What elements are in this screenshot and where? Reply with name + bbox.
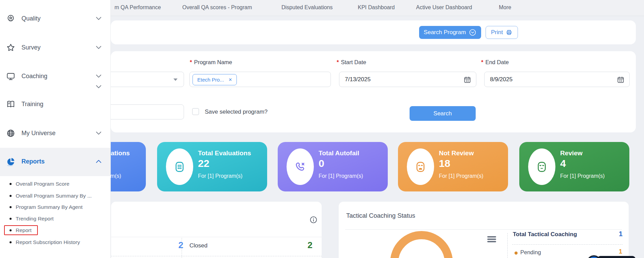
filter-dropdown[interactable] xyxy=(101,72,184,87)
print-button[interactable]: Print xyxy=(486,26,518,39)
program-name-field[interactable]: Etech Pro... ✕ xyxy=(189,72,331,87)
tab-kpi-dashboard[interactable]: KPI Dashboard xyxy=(358,4,395,11)
stat-title: Review xyxy=(560,149,582,157)
stat-icon-circle xyxy=(166,148,193,185)
stat-card-total-evaluations: Total Evaluations 22 For [1] Program(s) xyxy=(157,142,267,191)
secondary-text-input[interactable] xyxy=(101,104,184,119)
sidebar-item-training[interactable]: Training xyxy=(0,99,110,118)
chart-menu-icon[interactable] xyxy=(487,236,496,243)
dashed-divider xyxy=(182,238,182,258)
divider xyxy=(345,229,622,230)
stat-card-review: Review 4 For [1] Program(s) xyxy=(519,142,629,191)
calendar-icon[interactable] xyxy=(463,76,471,84)
top-tab-bar: m QA Performance Overall QA scores - Pro… xyxy=(111,0,644,16)
chevron-down-circle-icon xyxy=(469,29,476,36)
divider xyxy=(111,237,322,237)
globe-icon xyxy=(6,129,15,138)
end-date-value: 8/9/2025 xyxy=(490,76,512,83)
total-tactical-value: 1 xyxy=(608,230,623,238)
happy-face-icon xyxy=(535,160,548,173)
pending-value: 1 xyxy=(609,248,622,255)
status-count-open: 2 xyxy=(162,240,183,250)
sidebar-subitem-program-summary-by-agent[interactable]: Program Summary By Agent xyxy=(16,204,82,210)
tactical-donut-chart xyxy=(390,231,453,258)
sidebar-item-survey[interactable]: Survey xyxy=(0,43,110,62)
stat-subtitle: For [1] Program(s) xyxy=(319,173,363,179)
start-date-label: *Start Date xyxy=(337,59,366,66)
program-name-label: *Program Name xyxy=(190,59,232,66)
open-book-icon xyxy=(6,100,15,109)
stat-value: 18 xyxy=(439,158,450,169)
sidebar-subitem-overall-program-summary[interactable]: Overall Program Summary By ... xyxy=(16,193,92,199)
sidebar-item-label: My Universe xyxy=(21,130,56,137)
sidebar-item-quality[interactable]: Quality xyxy=(0,14,110,33)
stat-value: 0 xyxy=(319,158,324,169)
pending-legend-dot xyxy=(515,252,518,255)
star-icon xyxy=(6,43,15,52)
required-asterisk: * xyxy=(481,59,483,65)
sidebar-item-my-universe[interactable]: My Universe xyxy=(0,128,110,147)
stat-icon-circle xyxy=(528,148,555,185)
status-count-closed: 2 xyxy=(291,240,312,250)
tab-disputed-evaluations[interactable]: Disputed Evaluations xyxy=(281,4,333,11)
stat-title: Total Autofail xyxy=(319,149,359,157)
sidebar-subitem-trending-report[interactable]: Trending Report xyxy=(16,216,53,222)
chevron-down-icon xyxy=(96,74,102,78)
tab-overall-qa-scores-program[interactable]: Overall QA scores - Program xyxy=(182,4,252,11)
sidebar-item-reports[interactable]: Reports xyxy=(0,148,110,176)
stat-icon-circle xyxy=(287,148,314,185)
program-tag-label: Etech Pro... xyxy=(197,77,224,83)
calendar-icon[interactable] xyxy=(617,76,625,84)
sidebar-item-label: Coaching xyxy=(21,73,47,80)
stat-subtitle: For [1] Program(s) xyxy=(439,173,484,179)
chevron-down-icon xyxy=(96,45,102,49)
stat-subtitle: For [1] Program(s) xyxy=(560,173,605,179)
info-icon[interactable] xyxy=(309,216,318,224)
sidebar-subitem-overall-program-score[interactable]: Overall Program Score xyxy=(16,181,70,187)
required-asterisk: * xyxy=(337,59,339,65)
tag-remove-icon[interactable]: ✕ xyxy=(228,77,232,82)
end-date-field[interactable]: 8/9/2025 xyxy=(484,72,630,87)
pending-label[interactable]: Pending xyxy=(520,249,541,256)
sidebar-item-coaching[interactable]: Coaching xyxy=(0,71,110,90)
tab-qa-performance[interactable]: m QA Performance xyxy=(114,4,161,11)
tab-more[interactable]: More xyxy=(499,4,511,11)
stat-card-not-review: Not Review 18 For [1] Program(s) xyxy=(398,142,508,191)
tactical-coaching-panel: Tactical Coaching Status Total Tactical … xyxy=(339,202,629,258)
stat-card-total-autofail: Total Autofail 0 For [1] Program(s) xyxy=(278,142,388,191)
chevron-down-icon xyxy=(96,16,102,20)
stat-icon-circle xyxy=(407,148,434,185)
status-summary-panel: 2 Closed 2 xyxy=(111,202,322,258)
tab-active-user-dashboard[interactable]: Active User Dashboard xyxy=(416,4,472,11)
sidebar-subitem-report-subscription-history[interactable]: Report Subscription History xyxy=(16,239,80,245)
bullet-icon xyxy=(10,195,12,197)
phone-x-icon xyxy=(294,160,307,173)
start-date-value: 7/13/2025 xyxy=(345,76,371,83)
search-program-button[interactable]: Search Program xyxy=(419,26,481,39)
stat-title: Not Review xyxy=(439,149,474,157)
quality-badge-icon xyxy=(6,14,15,23)
closed-label: Closed xyxy=(189,242,208,249)
stat-title: Total Evaluations xyxy=(198,149,251,157)
bullet-icon xyxy=(10,183,12,185)
stat-subtitle: For [1] Program(s) xyxy=(198,173,243,179)
required-asterisk: * xyxy=(190,59,192,65)
header-actions-card: Search Program Print xyxy=(111,20,636,44)
pie-chart-icon xyxy=(6,157,16,167)
start-date-field[interactable]: 7/13/2025 xyxy=(339,72,476,87)
filter-card: *Program Name *Start Date *End Date Etec… xyxy=(111,51,636,132)
sad-face-icon xyxy=(414,160,427,173)
printer-icon xyxy=(506,29,512,36)
search-button[interactable]: Search xyxy=(410,106,476,121)
sidebar: Quality Survey Coaching xyxy=(0,0,111,258)
panel-title: Tactical Coaching Status xyxy=(346,212,415,219)
dropdown-caret-icon xyxy=(173,78,178,81)
save-program-checkbox[interactable] xyxy=(192,108,199,115)
program-tag[interactable]: Etech Pro... ✕ xyxy=(193,74,237,85)
cursor-tooltip xyxy=(597,256,635,258)
app-root: m QA Performance Overall QA scores - Pro… xyxy=(0,0,644,258)
sidebar-item-label: Reports xyxy=(21,158,45,165)
dashed-divider xyxy=(512,244,623,245)
end-date-label: *End Date xyxy=(481,59,509,66)
dashed-divider xyxy=(111,256,322,256)
